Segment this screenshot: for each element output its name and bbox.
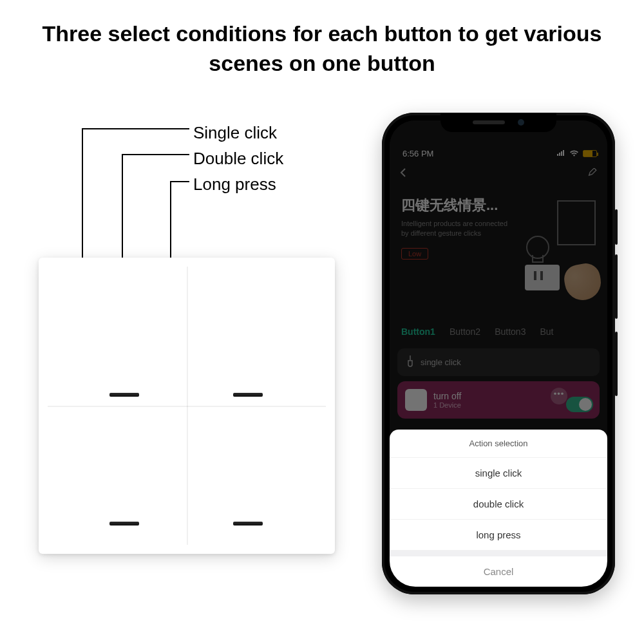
button-indicator	[233, 393, 263, 397]
phone-side-button	[615, 254, 618, 319]
phone-screen: 6:56 PM	[390, 120, 607, 587]
sheet-cancel[interactable]: Cancel	[390, 556, 607, 587]
button-indicator	[233, 522, 263, 526]
button-indicator	[109, 393, 139, 397]
sheet-option-double[interactable]: double click	[390, 488, 607, 519]
phone-notch	[440, 113, 556, 132]
switch-panel	[39, 258, 335, 554]
sheet-option-long[interactable]: long press	[390, 519, 607, 550]
label-single: Single click	[193, 120, 283, 146]
callout-labels: Single click Double click Long press	[193, 120, 283, 197]
label-long: Long press	[193, 171, 283, 197]
sheet-option-single[interactable]: single click	[390, 457, 607, 488]
button-indicator	[109, 522, 139, 526]
phone-side-button	[615, 209, 618, 245]
label-double: Double click	[193, 146, 283, 171]
headline: Three select conditions for each button …	[39, 19, 605, 79]
action-sheet: Action selection single click double cli…	[390, 430, 607, 587]
phone-side-button	[615, 332, 618, 396]
sheet-title: Action selection	[390, 430, 607, 457]
phone-frame: 6:56 PM	[382, 113, 615, 594]
